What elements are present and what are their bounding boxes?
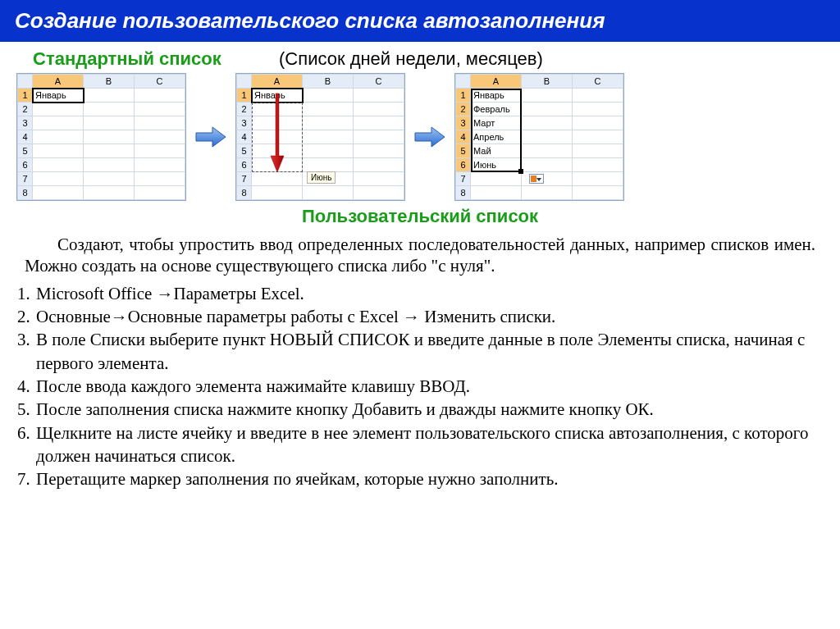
- step-item: После ввода каждого элемента нажимайте к…: [34, 375, 815, 398]
- col-header: A: [33, 75, 84, 89]
- step-item: Microsoft Office →Параметры Excel.: [34, 282, 815, 305]
- panels-row: A B C 1Январь 2 3 4 5 6 7 8 A B C 1Январ…: [0, 70, 840, 201]
- step-item: Щелкните на листе ячейку и введите в нее…: [34, 422, 815, 468]
- step-item: После заполнения списка нажмите кнопку Д…: [34, 398, 815, 421]
- step-item: Перетащите маркер заполнения по ячейкам,…: [34, 467, 815, 490]
- cell: Февраль: [471, 103, 522, 116]
- cell-a1: Январь: [33, 89, 84, 103]
- heading-example: (Список дней недели, месяцев): [279, 48, 807, 70]
- cell: Май: [471, 144, 522, 158]
- arrow-right-icon: [193, 125, 229, 149]
- page-title: Создание пользовательского списка автоза…: [15, 8, 825, 34]
- arrow-right-icon: [412, 125, 448, 149]
- fill-tooltip: Июнь: [307, 171, 336, 184]
- drag-down-arrow-icon: [269, 92, 285, 174]
- excel-panel-1: A B C 1Январь 2 3 4 5 6 7 8: [16, 73, 186, 201]
- fill-handle-icon: [518, 169, 523, 174]
- col-header: B: [84, 75, 135, 89]
- autofill-options-icon: [529, 174, 544, 184]
- col-header: C: [135, 75, 185, 89]
- excel-panel-3: A B C 1Январь 2Февраль 3Март 4Апрель 5Ма…: [454, 73, 624, 201]
- heading-row: Стандартный список (Список дней недели, …: [0, 42, 840, 70]
- title-bar: Создание пользовательского списка автоза…: [0, 0, 840, 42]
- cell: Январь: [471, 89, 522, 103]
- steps-list: Microsoft Office →Параметры Excel. Основ…: [0, 282, 840, 491]
- cell: Апрель: [471, 130, 522, 144]
- description-paragraph: Создают, чтобы упростить ввод определенн…: [0, 230, 840, 282]
- cell: Июнь: [471, 158, 522, 172]
- row-header: 1: [18, 89, 33, 103]
- step-item: Основные→Основные параметры работы с Exc…: [34, 305, 815, 328]
- cell: Март: [471, 116, 522, 130]
- heading-standard-list: Стандартный список: [33, 48, 279, 70]
- heading-user-list: Пользовательский список: [0, 201, 840, 230]
- step-item: В поле Списки выберите пункт НОВЫЙ СПИСО…: [34, 328, 815, 375]
- excel-panel-2: A B C 1Январь 2 3 4 5 6 7 8 Июнь: [235, 73, 405, 201]
